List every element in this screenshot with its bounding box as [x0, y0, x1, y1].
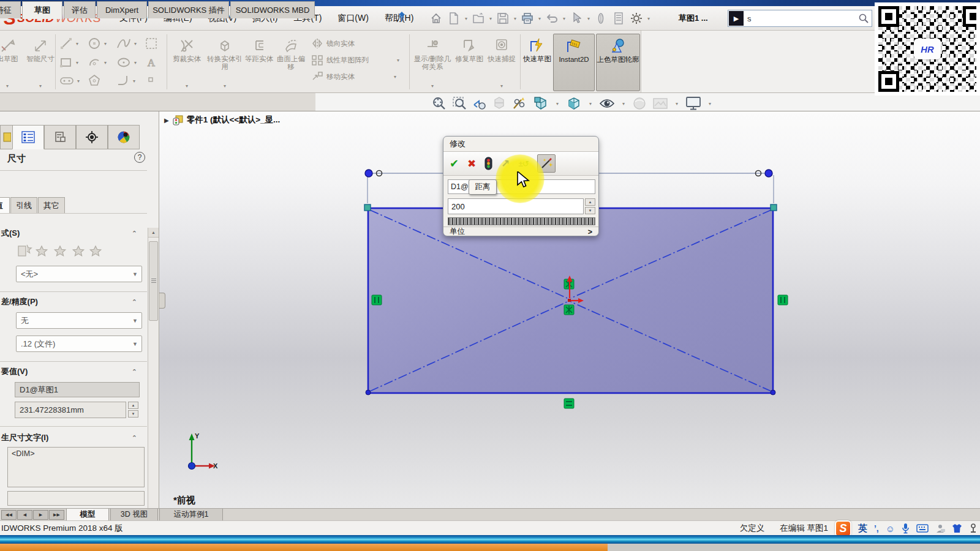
fillet-tool[interactable]: ▾ [116, 74, 137, 88]
tab-evaluate[interactable]: 评估 [64, 1, 96, 18]
slot-tool[interactable]: ▾ [59, 74, 81, 88]
panel-splitter-handle[interactable] [159, 293, 165, 309]
vertex-handle-topleft[interactable] [364, 204, 371, 211]
apply-scene-icon[interactable] [652, 97, 668, 110]
save-dropdown-icon[interactable]: ▾ [512, 16, 518, 21]
expand-units-icon[interactable]: > [588, 228, 592, 236]
linear-pattern-button[interactable]: 线性草图阵列 ▾ [311, 54, 401, 66]
collapse-chevron-icon[interactable]: ⌃ [132, 230, 137, 238]
spin-up-icon[interactable]: ▲ [128, 402, 138, 409]
toolbox-icon[interactable] [969, 523, 978, 533]
dialog-value-spinner[interactable]: ▲▼ [585, 198, 595, 214]
expand-caret-icon[interactable]: ▶ [164, 117, 169, 124]
microphone-icon[interactable] [902, 523, 910, 534]
undo-dropdown-icon[interactable]: ▾ [561, 16, 567, 21]
rebuild-traffic-light-icon[interactable] [484, 157, 492, 170]
vertex-handle-bottomright[interactable] [771, 390, 775, 395]
value-spinner[interactable]: ▲▼ [128, 402, 138, 418]
view-settings-wizard-icon[interactable] [511, 96, 527, 111]
leaders-tab[interactable]: 引线 [10, 197, 37, 213]
previous-view-icon[interactable] [472, 96, 487, 111]
print-dropdown-icon[interactable]: ▾ [537, 16, 543, 21]
tab-scroll-last-button[interactable]: ▶▶ [49, 510, 64, 520]
dimension-value-field[interactable]: 231.47228381mm [15, 402, 126, 418]
view-settings-dropdown-icon[interactable]: ▾ [707, 101, 713, 107]
constraint-vertical-left[interactable] [372, 295, 382, 305]
text-tool[interactable]: A [145, 56, 158, 69]
instant2d-button[interactable]: Instant2D [553, 34, 595, 91]
cancel-icon[interactable]: ✖ [467, 157, 476, 170]
tab-sw-mbd[interactable]: SOLIDWORKS MBD [230, 1, 315, 18]
tab-features[interactable]: 特征 [0, 1, 21, 18]
options-dropdown-icon[interactable]: ▾ [646, 16, 652, 21]
scroll-up-icon[interactable]: ▲ [148, 228, 159, 238]
view-orientation-icon[interactable] [533, 96, 549, 111]
mirror-entities-button[interactable]: 镜向实体 [311, 38, 355, 49]
move-entities-button[interactable]: 移动实体 ▾ [311, 71, 398, 82]
display-style-icon[interactable] [566, 96, 582, 111]
attachment-icon[interactable] [592, 9, 609, 28]
dimension-text-area[interactable]: <DIM> [7, 447, 145, 487]
keyboard-icon[interactable] [916, 524, 929, 533]
trim-entities-button[interactable]: 剪裁实体 ▾ [169, 34, 205, 91]
point-tool[interactable] [147, 76, 154, 83]
print-icon[interactable] [519, 9, 536, 28]
properties-sheet-icon[interactable] [610, 9, 627, 28]
options-gear-icon[interactable] [628, 9, 645, 28]
thumbwheel[interactable] [448, 217, 595, 225]
panel-scrollbar[interactable]: ▲ [148, 228, 159, 508]
spin-up-icon[interactable]: ▲ [585, 198, 595, 206]
tab-scroll-prev-button[interactable]: ◀ [17, 510, 32, 520]
undo-icon[interactable] [543, 9, 560, 28]
scrollbar-thumb[interactable] [149, 241, 158, 321]
vertex-handle-topright[interactable] [771, 204, 777, 211]
search-scope-icon[interactable]: ▶ [729, 11, 744, 26]
save-icon[interactable] [494, 9, 511, 28]
display-style-dropdown-icon[interactable]: ▾ [587, 101, 594, 107]
display-relations-button[interactable]: 显示/删除几何关系 ▾ [412, 34, 453, 91]
pm-tab-dimxpert[interactable] [76, 125, 108, 149]
modify-dialog-title[interactable]: 修改 [443, 137, 598, 151]
pm-tab-configurations[interactable] [44, 125, 76, 149]
dimension-handle-left[interactable] [365, 170, 372, 177]
rapid-sketch-button[interactable]: 快速草图 [522, 34, 552, 91]
tab-dimxpert[interactable]: DimXpert [97, 1, 147, 18]
style-dropdown[interactable]: <无>▼ [16, 266, 142, 282]
tab-scroll-next-button[interactable]: ▶ [33, 510, 48, 520]
constraint-vertical-right[interactable] [778, 295, 788, 305]
tab-sketch[interactable]: 草图 [22, 1, 62, 19]
model-tab[interactable]: 模型 [66, 509, 109, 521]
repair-sketch-button[interactable]: 修复草图 [454, 34, 484, 91]
search-box[interactable]: ▶ [728, 10, 872, 27]
tolerance-section-header[interactable]: 差/精度(P) ⌃ [0, 295, 146, 309]
help-icon[interactable]: ? [134, 152, 145, 163]
constraint-midpoint-lower[interactable] [564, 305, 574, 315]
sogou-ime-icon[interactable]: S [835, 520, 851, 537]
smart-dimension-button[interactable]: 智能尺寸 ▾ [24, 34, 56, 91]
tolerance-type-dropdown[interactable]: 无▼ [16, 312, 142, 329]
tab-sw-addins[interactable]: SOLIDWORKS 插件 [148, 1, 229, 18]
document-switcher[interactable]: 草图1 ... [679, 6, 708, 31]
motion-study-tab[interactable]: 运动算例1 [159, 509, 223, 521]
3d-views-tab[interactable]: 3D 视图 [110, 509, 158, 521]
select-cursor-icon[interactable] [568, 9, 585, 28]
offset-entities-button[interactable]: 等距实体 [245, 34, 273, 91]
spline-tool[interactable]: ▾ [116, 37, 138, 50]
dimension-name-field[interactable]: D1@草图1 [15, 382, 140, 397]
collapse-chevron-icon[interactable]: ⌃ [132, 298, 137, 306]
primary-value-section-header[interactable]: 要值(V) ⌃ [0, 365, 146, 378]
quick-snaps-button[interactable]: 快速捕捉 ▾ [485, 34, 518, 91]
spin-down-icon[interactable]: ▼ [585, 207, 595, 214]
ime-punctuation-toggle[interactable]: ’, [874, 523, 879, 533]
zoom-to-fit-icon[interactable] [432, 96, 447, 111]
convert-entities-button[interactable]: 转换实体引用 ▾ [206, 34, 244, 91]
feature-tree-root-label[interactable]: 零件1 (默认<<默认>_显... [187, 114, 281, 126]
feature-tree-flyout[interactable]: ▶ 零件1 (默认<<默认>_显... [164, 114, 280, 126]
plane-tool[interactable] [145, 37, 158, 50]
ime-language-toggle[interactable]: 英 [858, 523, 867, 534]
precision-dropdown[interactable]: .12 (文件)▼ [16, 335, 142, 352]
arc-tool[interactable]: ▾ [88, 56, 108, 69]
vertex-handle-bottomleft[interactable] [366, 390, 371, 395]
new-document-icon[interactable] [445, 9, 462, 28]
search-magnifier-icon[interactable] [858, 13, 869, 24]
